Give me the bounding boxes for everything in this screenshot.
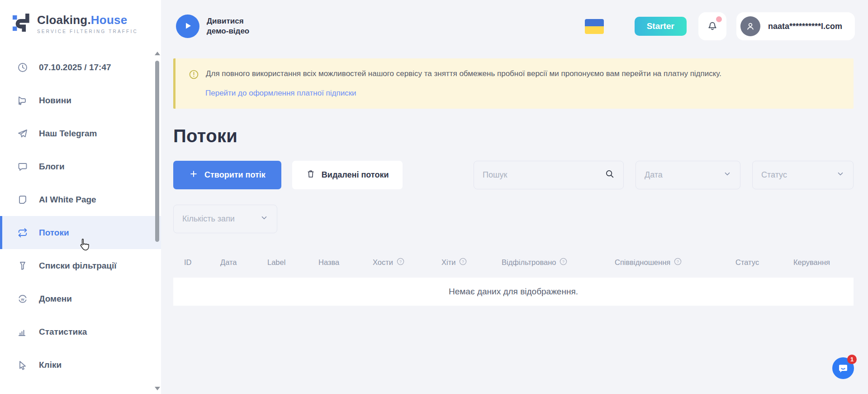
scrollbar-down-arrow[interactable] (155, 387, 160, 390)
page-title: Потоки (173, 126, 854, 146)
col-status: Статус (735, 258, 793, 267)
app-root: Cloaking.House SERVICE FILTERING TRAFFIC… (0, 0, 868, 394)
trash-icon (306, 169, 315, 181)
chat-widget-button[interactable]: 1 (832, 357, 854, 379)
sidebar-item-label: Блоги (39, 162, 65, 172)
banner-text: Для повного використання всіх можливосте… (206, 68, 721, 82)
brand-logo[interactable]: Cloaking.House SERVICE FILTERING TRAFFIC (0, 0, 161, 35)
sidebar-item-clicks[interactable]: Кліки (0, 348, 161, 381)
toolbar-secondary: Кількість запи (173, 205, 854, 233)
sidebar-item-label: Кліки (39, 360, 62, 370)
megaphone-icon (17, 95, 28, 106)
help-icon[interactable]: ? (396, 257, 405, 268)
per-page-dropdown[interactable]: Кількість запи (173, 205, 277, 233)
col-name: Назва (318, 258, 373, 267)
plus-icon (189, 169, 198, 181)
empty-state-text: Немає даних для відображення. (449, 287, 578, 297)
upgrade-subscription-link[interactable]: Перейти до оформлення платної підписки (205, 89, 356, 98)
play-demo-button[interactable] (176, 14, 199, 38)
brand-tagline: SERVICE FILTERING TRAFFIC (37, 29, 138, 34)
search-icon (605, 169, 615, 181)
funnel-icon (17, 260, 28, 271)
notification-dot (716, 16, 722, 22)
table-empty-row: Немає даних для відображення. (173, 278, 854, 306)
status-filter-label: Статус (761, 170, 787, 180)
topbar-right: Starter naata**********l.com (585, 12, 855, 40)
sidebar-item-datetime: 07.10.2025 / 17:47 (0, 51, 161, 84)
plan-badge[interactable]: Starter (635, 17, 687, 36)
warning-icon (189, 69, 199, 82)
trial-warning-banner: Для повного використання всіх можливосте… (173, 58, 854, 109)
help-icon[interactable]: ? (559, 257, 568, 268)
help-icon[interactable]: ? (674, 257, 682, 268)
col-date: Дата (220, 258, 267, 267)
sidebar-item-label: Списки фільтрації (39, 261, 117, 271)
main-area: Дивитися демо-відео Starter (161, 0, 868, 394)
sidebar-item-news[interactable]: Новини (0, 84, 161, 117)
svg-text:?: ? (563, 259, 565, 264)
chevron-down-icon (836, 170, 844, 180)
demo-video[interactable]: Дивитися демо-відео (176, 14, 249, 38)
filters: Дата Статус (474, 161, 854, 189)
col-ratio: Співвідношення ? (615, 257, 735, 268)
sidebar-item-label: Новини (39, 96, 71, 106)
help-icon[interactable]: ? (459, 257, 467, 268)
sidebar-item-label: Потоки (39, 228, 69, 238)
col-hosts: Хости ? (373, 257, 441, 268)
svg-text:w: w (20, 297, 24, 301)
svg-text:?: ? (677, 259, 679, 264)
scrollbar-up-arrow[interactable] (155, 52, 160, 55)
notifications-button[interactable] (698, 12, 726, 40)
sidebar-scrollbar[interactable] (155, 43, 160, 393)
sidebar-item-blogs[interactable]: Блоги (0, 150, 161, 183)
page-content: Для повного використання всіх можливосте… (161, 53, 868, 394)
topbar: Дивитися демо-відео Starter (161, 0, 868, 53)
sidebar-item-filter-lists[interactable]: Списки фільтрації (0, 249, 161, 282)
sidebar-item-label: Статистика (39, 327, 87, 337)
table-header-row: ID Дата Label Назва Хости ? Хіти ? Відфі… (173, 253, 854, 271)
brand-name: Cloaking.House (37, 13, 138, 27)
toolbar: Створити потік Видалені потоки (173, 161, 854, 189)
brand-logo-icon (12, 12, 31, 35)
sidebar-nav: 07.10.2025 / 17:47 Новини Наш Telegram Б… (0, 51, 161, 381)
sidebar-item-label: 07.10.2025 / 17:47 (39, 62, 111, 72)
sidebar-item-domains[interactable]: w Домени (0, 282, 161, 315)
status-filter-dropdown[interactable]: Статус (752, 161, 854, 189)
search-box[interactable] (474, 161, 624, 189)
col-hits: Хіти ? (441, 257, 502, 268)
per-page-label: Кількість запи (182, 214, 235, 224)
col-manage: Керування (793, 258, 854, 267)
sidebar-item-label: Наш Telegram (39, 129, 97, 139)
sidebar-item-statistics[interactable]: Статистика (0, 315, 161, 348)
user-menu[interactable]: naata**********l.com (736, 12, 855, 40)
document-icon (17, 194, 28, 205)
chevron-down-icon (723, 170, 731, 180)
streams-repeat-icon (17, 227, 28, 238)
language-flag-ukraine[interactable] (585, 19, 604, 34)
chat-bubble-icon (17, 161, 28, 172)
scrollbar-thumb[interactable] (155, 61, 159, 242)
date-filter-label: Дата (645, 170, 663, 180)
sidebar-item-streams[interactable]: Потоки (0, 216, 161, 249)
col-filtered: Відфільтровано ? (502, 257, 615, 268)
chevron-down-icon (260, 214, 268, 224)
chat-unread-badge: 1 (847, 355, 857, 364)
domain-globe-icon: w (17, 293, 28, 304)
flag-yellow-stripe (585, 26, 604, 34)
create-stream-button[interactable]: Створити потік (173, 161, 281, 189)
cursor-arrow-icon (17, 360, 28, 370)
bar-chart-icon (17, 327, 28, 337)
streams-table: ID Дата Label Назва Хости ? Хіти ? Відфі… (173, 253, 854, 306)
user-email: naata**********l.com (768, 22, 842, 31)
sidebar-item-telegram[interactable]: Наш Telegram (0, 117, 161, 150)
date-filter-dropdown[interactable]: Дата (636, 161, 740, 189)
col-id: ID (184, 258, 220, 267)
svg-text:?: ? (399, 259, 402, 264)
svg-text:?: ? (462, 259, 465, 264)
search-input[interactable] (483, 170, 596, 180)
sidebar-item-ai-white-page[interactable]: AI White Page (0, 183, 161, 216)
sidebar-item-label: Домени (39, 294, 72, 304)
col-label: Label (267, 258, 318, 267)
flag-blue-stripe (585, 19, 604, 27)
deleted-streams-button[interactable]: Видалені потоки (292, 161, 403, 189)
